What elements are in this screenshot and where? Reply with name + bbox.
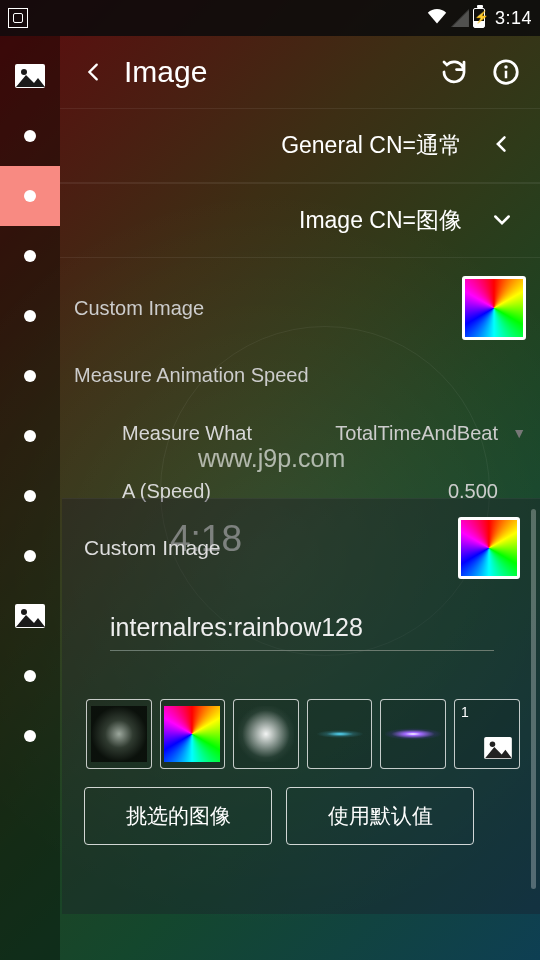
svg-rect-6 xyxy=(505,71,508,79)
sidebar-item-7[interactable] xyxy=(0,466,60,526)
group-image-row[interactable]: Image CN=图像 xyxy=(60,183,540,257)
use-default-button[interactable]: 使用默认值 xyxy=(286,787,474,845)
sidebar-item-image-top[interactable] xyxy=(0,46,60,106)
rotate-ccw-icon xyxy=(439,57,469,87)
chevron-left-icon xyxy=(83,61,105,83)
wifi-icon xyxy=(427,6,447,31)
left-sidebar xyxy=(0,36,60,960)
info-icon xyxy=(491,57,521,87)
thumb-lens-purple[interactable] xyxy=(380,699,446,769)
image-icon xyxy=(483,736,513,760)
group-general-label: General CN=通常 xyxy=(281,130,462,161)
preset-thumbnails: 1 xyxy=(86,699,520,769)
page-title: Image xyxy=(124,55,207,89)
battery-charging-icon: ⚡ xyxy=(473,8,485,28)
no-sim-icon xyxy=(451,9,469,27)
back-button[interactable] xyxy=(72,50,116,94)
thumb-soft-white[interactable] xyxy=(233,699,299,769)
setting-custom-image[interactable]: Custom Image xyxy=(74,276,526,340)
svg-point-8 xyxy=(490,742,496,748)
sidebar-item-3[interactable] xyxy=(0,226,60,286)
setting-measure-anim-speed[interactable]: Measure Animation Speed xyxy=(74,346,526,404)
svg-point-3 xyxy=(21,609,27,615)
thumb-rainbow[interactable] xyxy=(160,699,226,769)
sidebar-item-8[interactable] xyxy=(0,526,60,586)
pick-image-button[interactable]: 挑选的图像 xyxy=(84,787,272,845)
image-path-input[interactable]: internalres:rainbow128 xyxy=(110,609,494,651)
app-indicator-icon xyxy=(8,8,28,28)
image-path-value: internalres:rainbow128 xyxy=(110,613,363,641)
chevron-left-icon xyxy=(482,132,522,160)
panel-current-swatch[interactable] xyxy=(458,517,520,579)
dropdown-caret-icon: ▼ xyxy=(498,425,526,441)
status-bar: ⚡ 3:14 xyxy=(0,0,540,36)
thumb-lens-cyan[interactable] xyxy=(307,699,373,769)
setting-custom-image-label: Custom Image xyxy=(74,297,462,320)
setting-measure-anim-speed-label: Measure Animation Speed xyxy=(74,364,526,387)
custom-image-panel: Custom Image internalres:rainbow128 1 挑选… xyxy=(62,498,540,914)
reset-button[interactable] xyxy=(432,50,476,94)
setting-measure-what-value: TotalTimeAndBeat xyxy=(335,422,498,445)
status-clock: 3:14 xyxy=(495,8,532,29)
thumb-picker-badge: 1 xyxy=(461,704,469,720)
custom-image-swatch[interactable] xyxy=(462,276,526,340)
thumb-image-picker[interactable]: 1 xyxy=(454,699,520,769)
pick-image-label: 挑选的图像 xyxy=(126,802,231,830)
sidebar-item-6[interactable] xyxy=(0,406,60,466)
sidebar-item-2-active[interactable] xyxy=(0,166,60,226)
setting-measure-what-label: Measure What xyxy=(122,422,335,445)
svg-point-5 xyxy=(504,65,508,69)
toolbar: Image xyxy=(60,36,540,108)
sidebar-item-image-bottom[interactable] xyxy=(0,586,60,646)
info-button[interactable] xyxy=(484,50,528,94)
group-image-label: Image CN=图像 xyxy=(299,205,462,236)
scrollbar[interactable] xyxy=(531,509,536,889)
sidebar-item-10[interactable] xyxy=(0,706,60,766)
setting-measure-what[interactable]: Measure What TotalTimeAndBeat ▼ xyxy=(74,404,526,462)
group-general-row[interactable]: General CN=通常 xyxy=(60,108,540,182)
svg-point-1 xyxy=(21,69,27,75)
sidebar-item-1[interactable] xyxy=(0,106,60,166)
sidebar-item-9[interactable] xyxy=(0,646,60,706)
thumb-soft-dark[interactable] xyxy=(86,699,152,769)
panel-title: Custom Image xyxy=(84,536,458,560)
sidebar-item-4[interactable] xyxy=(0,286,60,346)
chevron-down-icon xyxy=(482,207,522,235)
use-default-label: 使用默认值 xyxy=(328,802,433,830)
sidebar-item-5[interactable] xyxy=(0,346,60,406)
